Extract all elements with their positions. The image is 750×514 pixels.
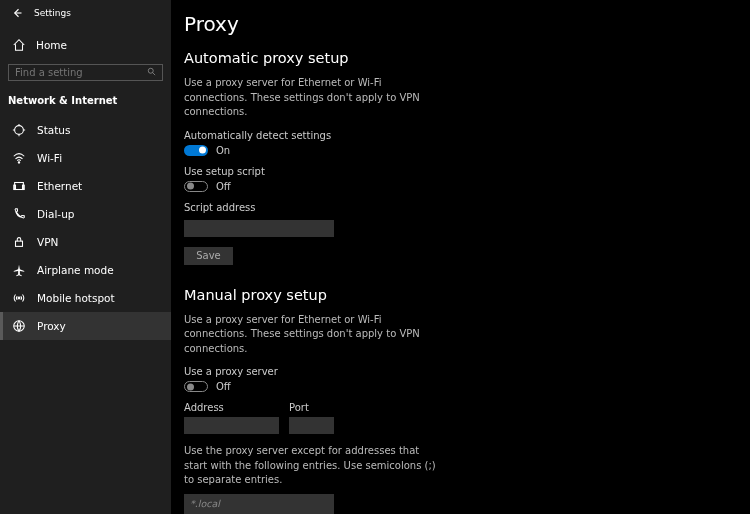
auto-detect-state: On <box>216 145 230 156</box>
use-proxy-toggle[interactable] <box>184 381 208 392</box>
svg-point-2 <box>18 162 19 163</box>
nav-label: Status <box>37 124 70 136</box>
ethernet-icon <box>12 179 26 193</box>
airplane-icon <box>12 263 26 277</box>
sidebar-item-vpn[interactable]: VPN <box>0 228 171 256</box>
save-button-auto[interactable]: Save <box>184 247 233 265</box>
nav-label: Proxy <box>37 320 66 332</box>
use-script-toggle[interactable] <box>184 181 208 192</box>
search-input[interactable] <box>8 64 163 81</box>
sidebar-item-airplane[interactable]: Airplane mode <box>0 256 171 284</box>
except-desc: Use the proxy server except for addresse… <box>184 444 444 488</box>
sidebar-header: Settings <box>0 0 171 28</box>
svg-rect-6 <box>16 241 23 246</box>
home-icon <box>12 38 26 52</box>
home-label: Home <box>36 39 67 51</box>
sidebar-item-ethernet[interactable]: Ethernet <box>0 172 171 200</box>
auto-detect-label: Automatically detect settings <box>184 130 732 141</box>
svg-point-1 <box>15 126 24 135</box>
svg-point-0 <box>148 68 153 73</box>
nav-label: Dial-up <box>37 208 74 220</box>
except-input[interactable] <box>184 494 334 515</box>
nav-label: VPN <box>37 236 58 248</box>
dialup-icon <box>12 207 26 221</box>
main-content: Proxy Automatic proxy setup Use a proxy … <box>171 0 750 514</box>
wifi-icon <box>12 151 26 165</box>
sidebar-item-home[interactable]: Home <box>0 30 171 60</box>
sidebar-item-status[interactable]: Status <box>0 116 171 144</box>
manual-desc: Use a proxy server for Ethernet or Wi-Fi… <box>184 313 444 357</box>
search-icon <box>147 67 157 79</box>
back-icon[interactable] <box>10 6 24 20</box>
address-input[interactable] <box>184 417 279 434</box>
script-address-input[interactable] <box>184 220 334 237</box>
app-title: Settings <box>34 8 71 18</box>
sidebar-item-proxy[interactable]: Proxy <box>0 312 171 340</box>
proxy-icon <box>12 319 26 333</box>
section-title-manual: Manual proxy setup <box>184 287 732 303</box>
nav-label: Wi-Fi <box>37 152 62 164</box>
vpn-icon <box>12 235 26 249</box>
status-icon <box>12 123 26 137</box>
nav-label: Ethernet <box>37 180 82 192</box>
sidebar-item-hotspot[interactable]: Mobile hotspot <box>0 284 171 312</box>
sidebar-category: Network & Internet <box>0 91 171 116</box>
script-address-label: Script address <box>184 202 732 213</box>
sidebar-item-dialup[interactable]: Dial-up <box>0 200 171 228</box>
port-input[interactable] <box>289 417 334 434</box>
hotspot-icon <box>12 291 26 305</box>
auto-detect-toggle[interactable] <box>184 145 208 156</box>
sidebar-item-wifi[interactable]: Wi-Fi <box>0 144 171 172</box>
address-label: Address <box>184 402 279 413</box>
nav-label: Airplane mode <box>37 264 114 276</box>
search-wrap <box>0 60 171 91</box>
auto-desc: Use a proxy server for Ethernet or Wi-Fi… <box>184 76 444 120</box>
use-proxy-state: Off <box>216 381 231 392</box>
sidebar: Settings Home Network & Internet Status … <box>0 0 171 514</box>
nav-label: Mobile hotspot <box>37 292 115 304</box>
svg-point-7 <box>18 297 20 299</box>
port-label: Port <box>289 402 334 413</box>
use-proxy-label: Use a proxy server <box>184 366 732 377</box>
use-script-state: Off <box>216 181 231 192</box>
nav-list: Status Wi-Fi Ethernet Dial-up VPN Airpla… <box>0 116 171 340</box>
use-script-label: Use setup script <box>184 166 732 177</box>
section-title-auto: Automatic proxy setup <box>184 50 732 66</box>
page-title: Proxy <box>184 12 732 36</box>
